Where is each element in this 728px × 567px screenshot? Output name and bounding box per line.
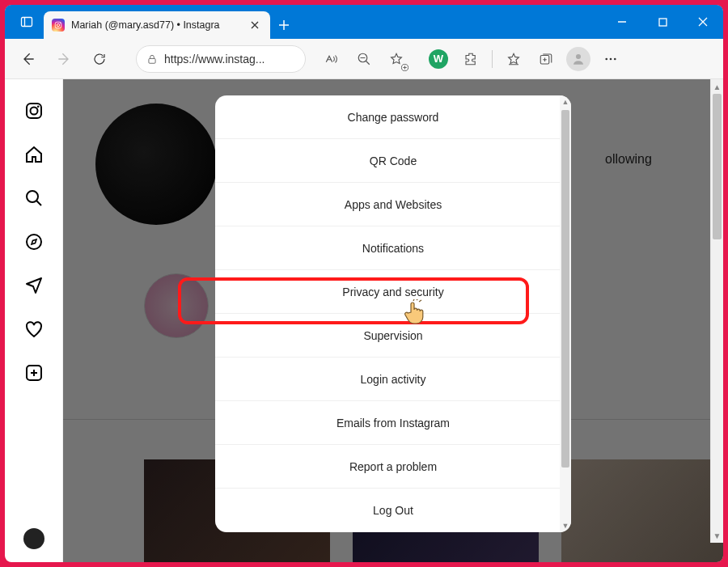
new-tab-button[interactable] — [270, 11, 298, 39]
svg-rect-0 — [22, 18, 32, 27]
minimize-button[interactable] — [602, 5, 642, 39]
collections-icon[interactable] — [531, 44, 561, 74]
svg-line-21 — [36, 201, 41, 205]
settings-menu-list: Change passwordQR CodeApps and WebsitesN… — [215, 95, 571, 532]
create-post-icon[interactable] — [23, 362, 44, 383]
search-icon[interactable] — [23, 188, 44, 209]
refresh-button[interactable] — [84, 44, 115, 74]
tabs-area: Mariah (@mary.asd77) • Instagra — [5, 5, 298, 39]
back-button[interactable] — [13, 44, 44, 74]
settings-menu-item-privacy-and-security[interactable]: Privacy and security — [215, 270, 571, 314]
settings-menu-item-supervision[interactable]: Supervision — [215, 314, 571, 358]
tab-actions-button[interactable] — [10, 5, 44, 39]
wordtune-extension-icon[interactable]: W — [424, 44, 453, 74]
settings-menu-item-report-a-problem[interactable]: Report a problem — [215, 445, 571, 489]
toolbar-actions: W — [317, 44, 625, 74]
menu-item-label: Report a problem — [349, 460, 437, 473]
settings-menu-item-login-activity[interactable]: Login activity — [215, 358, 571, 401]
settings-menu-item-emails-from-instagram[interactable]: Emails from Instagram — [215, 401, 571, 445]
instagram-favicon-icon — [52, 19, 65, 32]
url-text: https://www.instag... — [164, 53, 295, 66]
settings-menu-item-change-password[interactable]: Change password — [215, 95, 571, 139]
profile-page: ollowing 💛 Change passwordQR CodeApps an… — [63, 79, 723, 562]
svg-rect-17 — [27, 104, 41, 118]
svg-line-24 — [413, 299, 414, 301]
window-controls — [602, 5, 723, 39]
tab-title: Mariah (@mary.asd77) • Instagra — [71, 19, 241, 31]
menu-item-label: Change password — [348, 111, 439, 124]
home-icon[interactable] — [23, 144, 44, 165]
sidebar-profile-avatar[interactable] — [23, 528, 44, 549]
svg-point-19 — [36, 106, 39, 108]
svg-point-20 — [27, 191, 38, 202]
svg-point-13 — [576, 54, 581, 59]
settings-menu-item-qr-code[interactable]: QR Code — [215, 139, 571, 183]
window-titlebar: Mariah (@mary.asd77) • Instagra — [5, 5, 723, 39]
svg-point-16 — [614, 57, 616, 60]
menu-item-label: Apps and Websites — [345, 198, 442, 211]
svg-point-3 — [57, 23, 59, 26]
favorites-icon[interactable] — [382, 44, 411, 74]
read-aloud-icon[interactable] — [317, 44, 346, 74]
zoom-out-icon[interactable] — [349, 44, 379, 74]
lock-icon — [146, 53, 158, 65]
scrollbar-thumb[interactable] — [713, 94, 722, 239]
svg-point-15 — [610, 57, 612, 60]
scroll-down-arrow-icon[interactable]: ▼ — [711, 528, 723, 543]
toolbar-divider — [492, 50, 493, 68]
scroll-up-arrow-icon[interactable]: ▲ — [711, 79, 723, 94]
maximize-button[interactable] — [642, 5, 683, 39]
menu-item-label: Notifications — [362, 242, 424, 255]
modal-scrollbar[interactable]: ▲ ▼ — [560, 95, 571, 532]
menu-item-label: Emails from Instagram — [336, 417, 450, 429]
favorites-bar-icon[interactable] — [499, 44, 528, 74]
menu-item-label: Supervision — [363, 329, 422, 342]
notifications-heart-icon[interactable] — [23, 319, 44, 340]
svg-rect-7 — [149, 58, 155, 63]
settings-modal: Change passwordQR CodeApps and WebsitesN… — [215, 95, 571, 532]
settings-menu-item-apps-and-websites[interactable]: Apps and Websites — [215, 183, 571, 226]
profile-avatar-icon[interactable] — [564, 44, 593, 74]
close-window-button[interactable] — [683, 5, 723, 39]
settings-menu-item-log-out[interactable]: Log Out — [215, 489, 571, 532]
svg-point-14 — [605, 57, 607, 60]
svg-point-22 — [27, 235, 41, 249]
svg-point-4 — [60, 23, 61, 23]
menu-item-label: Privacy and security — [342, 286, 443, 298]
instagram-logo-icon[interactable] — [23, 100, 44, 121]
svg-line-9 — [366, 61, 370, 65]
svg-rect-6 — [659, 19, 667, 26]
instagram-sidebar — [5, 79, 63, 562]
browser-window: Mariah (@mary.asd77) • Instagra — [5, 5, 723, 562]
svg-line-25 — [417, 299, 418, 300]
menu-item-label: Login activity — [361, 373, 426, 386]
cursor-hand-icon — [403, 299, 427, 327]
explore-icon[interactable] — [23, 231, 44, 252]
active-tab[interactable]: Mariah (@mary.asd77) • Instagra — [44, 11, 270, 39]
more-menu-icon[interactable] — [596, 44, 625, 74]
scrollbar-thumb[interactable] — [561, 110, 569, 468]
settings-menu-item-notifications[interactable]: Notifications — [215, 226, 571, 270]
tab-close-button[interactable] — [248, 18, 262, 32]
extensions-icon[interactable] — [456, 44, 485, 74]
menu-item-label: Log Out — [373, 504, 413, 517]
svg-line-26 — [419, 300, 421, 302]
forward-button[interactable] — [49, 44, 79, 74]
page-content: ollowing 💛 Change passwordQR CodeApps an… — [5, 79, 723, 562]
messages-icon[interactable] — [23, 275, 44, 296]
address-bar[interactable]: https://www.instag... — [136, 45, 306, 73]
menu-item-label: QR Code — [370, 154, 417, 167]
svg-point-18 — [30, 108, 37, 115]
page-scrollbar[interactable]: ▲ ▼ — [710, 79, 723, 543]
browser-toolbar: https://www.instag... W — [5, 39, 723, 79]
